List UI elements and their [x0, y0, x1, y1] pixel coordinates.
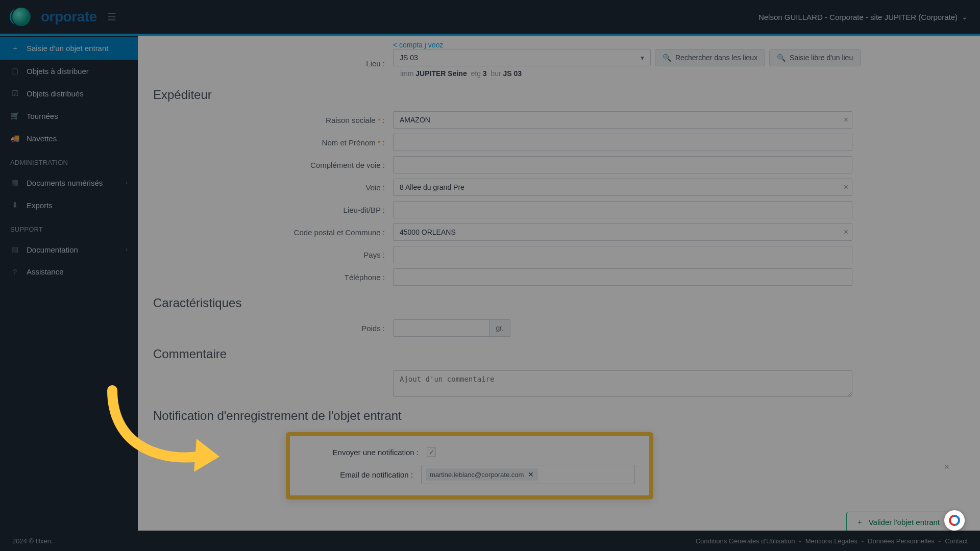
topbar: orporate ☰ Nelson GUILLARD - Corporate -… [0, 0, 980, 36]
chevron-left-icon: ‹ [126, 179, 128, 186]
email-notif-label: Email de notification : [304, 470, 421, 479]
download-icon: ⬇ [10, 201, 19, 210]
telephone-label: Téléphone : [153, 273, 393, 282]
email-chip-text: martine.leblanc@corporate.com [430, 471, 524, 479]
sidebar-item-label: Tournées [27, 112, 58, 120]
section-expediteur: Expéditeur [153, 88, 965, 102]
brand-logo-icon [12, 8, 31, 26]
sidebar-item-label: Exports [27, 201, 53, 210]
pays-input[interactable] [393, 246, 852, 263]
sidebar-item-label: Saisie d'un objet entrant [27, 44, 108, 53]
sidebar-item-objets-distribues[interactable]: ☑ Objets distribués [0, 82, 138, 105]
sidebar-item-label: Documents numérisés [27, 179, 103, 187]
grid-icon: ▦ [10, 178, 19, 187]
button-label: Rechercher dans les lieux [675, 54, 757, 62]
chevron-down-icon: ⌄ [962, 13, 968, 21]
footer-link-mentions[interactable]: Mentions Légales [805, 537, 857, 545]
brand-block: orporate ☰ [12, 8, 116, 26]
plus-icon: ＋ [10, 43, 19, 53]
footer: 2024 © Uxen. Conditions Générales d'Util… [0, 531, 980, 551]
voie-label: Voie : [153, 183, 393, 192]
clear-icon[interactable]: × [844, 228, 848, 237]
poids-label: Poids : [153, 324, 393, 333]
clear-icon[interactable]: × [844, 115, 848, 124]
sidebar-item-exports[interactable]: ⬇ Exports [0, 194, 138, 216]
sidebar-item-navettes[interactable]: 🚚 Navettes [0, 127, 138, 149]
lieu-dit-input[interactable] [393, 201, 852, 218]
check-square-icon: ☑ [10, 89, 19, 98]
menu-toggle-icon[interactable]: ☰ [107, 11, 116, 23]
sidebar-item-documentation[interactable]: ▤ Documentation ‹ [0, 238, 138, 261]
sidebar-item-label: Objets distribués [27, 89, 84, 98]
email-notif-input[interactable]: martine.leblanc@corporate.com ✕ [421, 465, 635, 484]
lieu-label: Lieu : [153, 59, 393, 68]
voie-input[interactable] [393, 179, 852, 196]
search-lieux-button[interactable]: 🔍 Rechercher dans les lieux [655, 49, 765, 66]
lieu-value: JS 03 [400, 54, 418, 62]
envoyer-notif-checkbox[interactable]: ✓ [427, 447, 436, 457]
footer-link-contact[interactable]: Contact [945, 537, 968, 545]
top-hint-text: < compta j vooz [153, 36, 965, 49]
search-icon: 🔍 [663, 54, 671, 62]
complement-voie-input[interactable] [393, 156, 852, 173]
complement-voie-label: Complément de voie : [153, 161, 393, 169]
doc-icon: ▤ [10, 245, 19, 254]
pays-label: Pays : [153, 251, 393, 259]
user-menu[interactable]: Nelson GUILLARD - Corporate - site JUPIT… [758, 13, 968, 21]
sidebar-section-administration: ADMINISTRATION [0, 149, 138, 171]
free-lieu-button[interactable]: 🔍 Saisie libre d'un lieu [769, 49, 861, 66]
support-chat-button[interactable] [944, 510, 965, 531]
button-label: Saisie libre d'un lieu [790, 54, 853, 62]
raison-sociale-label: Raison sociale * : [153, 116, 393, 124]
cp-commune-input[interactable] [393, 223, 852, 241]
lieu-select[interactable]: JS 03 ▾ [393, 49, 651, 66]
square-icon: ▢ [10, 66, 19, 76]
poids-unit: gr. [489, 319, 510, 337]
footer-copyright: 2024 © Uxen. [12, 537, 53, 545]
envoyer-notif-label: Envoyer une notification : [304, 448, 427, 457]
sidebar-item-label: Navettes [27, 134, 57, 143]
nom-prenom-input[interactable] [393, 134, 852, 151]
sidebar-item-documents-numerises[interactable]: ▦ Documents numérisés ‹ [0, 171, 138, 194]
user-line-text: Nelson GUILLARD - Corporate - site JUPIT… [758, 13, 958, 21]
telephone-input[interactable] [393, 268, 852, 286]
nom-prenom-label: Nom et Prénom * : [153, 138, 393, 147]
cart-icon: 🛒 [10, 111, 19, 120]
plus-icon: ＋ [856, 517, 864, 527]
notification-panel: Envoyer une notification : ✓ Email de no… [286, 432, 653, 499]
lieu-breadcrumb: imm JUPITER Seine etg 3 bur JS 03 [393, 69, 651, 78]
sidebar-item-saisie-entrant[interactable]: ＋ Saisie d'un objet entrant [0, 37, 138, 60]
caret-down-icon: ▾ [641, 54, 644, 62]
lieu-dit-label: Lieu-dit/BP : [153, 206, 393, 214]
section-notification: Notification d'enregistrement de l'objet… [153, 409, 965, 423]
validate-button[interactable]: ＋ Valider l'objet entrant [846, 512, 949, 531]
support-chat-icon [947, 513, 963, 529]
sidebar-item-label: Objets à distribuer [27, 67, 89, 76]
comment-textarea[interactable] [393, 370, 852, 397]
sidebar-section-support: SUPPORT [0, 216, 138, 238]
sidebar-item-objets-distribuer[interactable]: ▢ Objets à distribuer [0, 60, 138, 82]
clear-icon[interactable]: × [844, 183, 848, 192]
help-icon: ? [10, 267, 19, 276]
sidebar: ＋ Saisie d'un objet entrant ▢ Objets à d… [0, 36, 138, 531]
chevron-left-icon: ‹ [126, 246, 128, 253]
sidebar-item-assistance[interactable]: ? Assistance [0, 261, 138, 283]
search-icon: 🔍 [777, 54, 786, 62]
poids-input[interactable] [393, 319, 489, 337]
validate-button-label: Valider l'objet entrant [869, 518, 940, 527]
cp-commune-label: Code postal et Commune : [153, 228, 393, 237]
sidebar-item-tournees[interactable]: 🛒 Tournées [0, 105, 138, 127]
chip-remove-icon[interactable]: ✕ [528, 470, 534, 479]
section-caracteristiques: Caractéristiques [153, 296, 965, 310]
brand-name: orporate [41, 9, 97, 25]
truck-icon: 🚚 [10, 134, 19, 143]
footer-link-donnees[interactable]: Données Personnelles [868, 537, 935, 545]
clear-email-icon[interactable]: × [944, 462, 949, 472]
footer-link-cgu[interactable]: Conditions Générales d'Utilisation [696, 537, 795, 545]
sidebar-item-label: Documentation [27, 245, 78, 254]
email-chip: martine.leblanc@corporate.com ✕ [426, 468, 538, 481]
section-commentaire: Commentaire [153, 347, 965, 361]
raison-sociale-input[interactable] [393, 111, 852, 129]
sidebar-item-label: Assistance [27, 267, 64, 276]
main-content: < compta j vooz Lieu : JS 03 ▾ imm JUPIT… [138, 36, 980, 531]
